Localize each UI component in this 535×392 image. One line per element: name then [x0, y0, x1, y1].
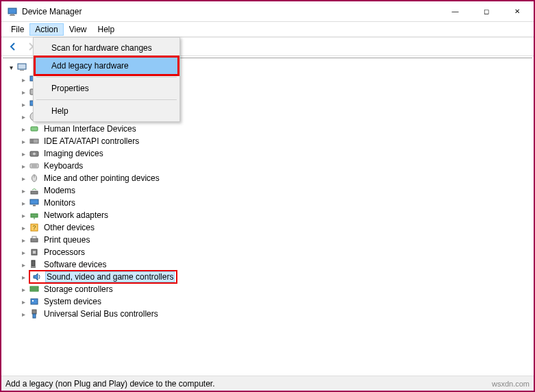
tree-node-label[interactable]: Monitors — [42, 197, 77, 208]
expander-icon[interactable]: ▸ — [19, 297, 27, 306]
tree-node[interactable]: ▸Keyboards — [7, 160, 532, 172]
tree-node-label[interactable]: Network adapters — [42, 210, 110, 221]
svg-rect-36 — [31, 266, 36, 268]
expander-icon[interactable]: ▸ — [19, 248, 27, 256]
tree-node[interactable]: ▸Software devices — [7, 258, 532, 271]
svg-rect-31 — [31, 238, 38, 242]
tree-node-label[interactable]: Modems — [42, 185, 77, 196]
tree-node-label[interactable]: Software devices — [42, 259, 108, 270]
usb-icon — [29, 308, 40, 319]
maximize-button[interactable]: ◻ — [471, 2, 501, 21]
svg-rect-32 — [32, 236, 36, 238]
svg-point-18 — [33, 153, 36, 156]
expander-icon[interactable]: ▸ — [19, 310, 27, 318]
action-dropdown: Scan for hardware changes Add legacy har… — [33, 37, 180, 122]
expander-icon[interactable]: ▸ — [19, 162, 27, 170]
tree-node[interactable]: ▸Mice and other pointing devices — [7, 172, 532, 184]
expander-icon[interactable]: ▸ — [19, 223, 27, 232]
svg-rect-39 — [31, 299, 38, 304]
window-title: Device Manager — [22, 7, 440, 16]
titlebar: Device Manager — ◻ ✕ — [1, 1, 534, 22]
svg-rect-1 — [10, 14, 14, 15]
expander-icon[interactable]: ▸ — [19, 137, 27, 145]
tree-node-label[interactable]: Storage controllers — [42, 284, 114, 295]
svg-rect-13 — [31, 127, 38, 131]
tree-node[interactable]: ▸IDE ATA/ATAPI controllers — [7, 135, 532, 147]
expander-icon[interactable]: ▸ — [19, 75, 27, 84]
tree-node-label[interactable]: Universal Serial Bus controllers — [42, 308, 160, 319]
tree-node-label[interactable]: Print queues — [42, 234, 91, 245]
tree-node-label[interactable]: Keyboards — [42, 160, 84, 171]
mouse-icon — [29, 173, 40, 184]
tree-node[interactable]: ▸?Other devices — [7, 221, 532, 234]
svg-rect-4 — [20, 70, 24, 71]
sound-icon — [32, 271, 42, 282]
tree-node-label[interactable]: Sound, video and game controllers — [45, 271, 175, 282]
tree-node[interactable]: ▸Universal Serial Bus controllers — [7, 308, 532, 320]
tree-node-label[interactable]: Mice and other pointing devices — [42, 173, 161, 184]
menu-add-legacy-hardware[interactable]: Add legacy hardware — [35, 57, 178, 75]
tree-node[interactable]: ▸Storage controllers — [7, 283, 532, 295]
svg-rect-26 — [33, 205, 36, 206]
app-icon — [7, 6, 18, 17]
printer-icon — [29, 234, 40, 245]
tree-node[interactable]: ▸Imaging devices — [7, 147, 532, 160]
minimize-button[interactable]: — — [440, 2, 471, 21]
window-controls: — ◻ ✕ — [440, 2, 532, 21]
storage-icon — [29, 284, 40, 295]
tree-node-label[interactable]: Imaging devices — [42, 148, 105, 159]
svg-rect-41 — [32, 310, 36, 314]
expander-icon[interactable]: ▸ — [19, 199, 27, 207]
expander-icon[interactable]: ▾ — [7, 63, 15, 71]
svg-rect-3 — [18, 64, 26, 69]
expander-icon[interactable]: ▸ — [19, 273, 27, 281]
computer-icon — [16, 62, 27, 73]
tree-node[interactable]: ▸Processors — [7, 246, 532, 258]
tree-node[interactable]: ▸Human Interface Devices — [7, 123, 532, 135]
watermark: wsxdn.com — [492, 380, 530, 388]
expander-icon[interactable]: ▸ — [19, 285, 27, 293]
tree-node[interactable]: ▸Print queues — [7, 234, 532, 246]
svg-rect-42 — [33, 314, 36, 318]
expander-icon[interactable]: ▸ — [19, 186, 27, 195]
tree-node[interactable]: ▸Monitors — [7, 197, 532, 209]
svg-rect-40 — [32, 300, 34, 302]
statusbar: Add a legacy (non Plug and Play) device … — [1, 376, 534, 391]
tree-node[interactable]: ▸System devices — [7, 295, 532, 308]
expander-icon[interactable]: ▸ — [19, 88, 27, 96]
highlight-box: Sound, video and game controllers — [29, 270, 177, 284]
expander-icon[interactable]: ▸ — [19, 125, 27, 133]
svg-rect-34 — [33, 251, 36, 254]
expander-icon[interactable]: ▸ — [19, 174, 27, 182]
tree-node-label[interactable]: IDE ATA/ATAPI controllers — [42, 136, 140, 147]
svg-rect-2 — [10, 15, 15, 16]
camera-icon — [29, 148, 40, 159]
expander-icon[interactable]: ▸ — [19, 236, 27, 244]
expander-icon[interactable]: ▸ — [19, 112, 27, 121]
menu-properties[interactable]: Properties — [35, 79, 178, 97]
svg-rect-27 — [31, 214, 38, 217]
expander-icon[interactable]: ▸ — [19, 149, 27, 158]
menu-help-item[interactable]: Help — [35, 102, 178, 120]
expander-icon[interactable]: ▸ — [19, 100, 27, 108]
menu-view[interactable]: View — [64, 23, 92, 36]
tree-node-label[interactable]: System devices — [42, 296, 103, 307]
svg-rect-24 — [31, 191, 38, 194]
menu-action[interactable]: Action — [29, 23, 63, 36]
svg-rect-38 — [30, 289, 38, 291]
back-button[interactable] — [5, 39, 21, 54]
tree-node-label[interactable]: Human Interface Devices — [42, 123, 138, 134]
tree-node-label[interactable]: Processors — [42, 247, 86, 258]
close-button[interactable]: ✕ — [501, 2, 532, 21]
tree-node[interactable]: ▸Sound, video and game controllers — [7, 271, 532, 283]
menu-scan-hardware[interactable]: Scan for hardware changes — [35, 39, 178, 57]
menu-file[interactable]: File — [5, 23, 29, 36]
tree-node[interactable]: ▸Network adapters — [7, 209, 532, 221]
expander-icon[interactable]: ▸ — [19, 260, 27, 269]
menubar: File Action View Help — [1, 22, 534, 37]
expander-icon[interactable]: ▸ — [19, 211, 27, 219]
menu-help[interactable]: Help — [92, 23, 121, 36]
tree-node[interactable]: ▸Modems — [7, 184, 532, 197]
tree-node-label[interactable]: Other devices — [42, 222, 96, 233]
dropdown-separator — [36, 77, 177, 77]
